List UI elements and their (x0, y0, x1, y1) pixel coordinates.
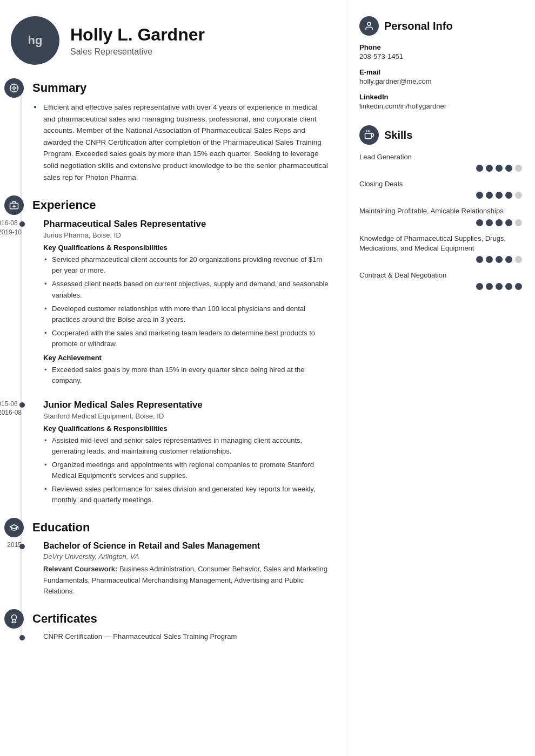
cert-text-1: CNPR Certification — Pharmaceutical Sale… (43, 632, 330, 640)
education-section: Education 2015 Bachelor of Science in Re… (32, 521, 330, 596)
exp-bullet-1-2: Assessed client needs based on current o… (43, 279, 330, 300)
personal-info-title: Personal Info (384, 20, 453, 32)
exp-dot-2 (19, 402, 25, 408)
exp-bullet-2-1: Assisted mid-level and senior sales repr… (43, 435, 330, 457)
exp-bullet-2-2: Organized meetings and appointments with… (43, 460, 330, 481)
skill-dot-3-3 (505, 256, 512, 263)
cert-dot-1 (19, 635, 25, 640)
email-label: E-mail (359, 68, 522, 76)
skill-dot-1-3 (505, 192, 512, 199)
skill-dot-2-1 (486, 219, 493, 226)
edu-date-1: 2015 (0, 541, 22, 549)
skills-list: Lead GenerationClosing DealsMaintaining … (359, 152, 522, 290)
phone-value: 208-573-1451 (359, 52, 522, 60)
experience-title: Experience (32, 198, 96, 212)
avatar-initials: hg (28, 33, 43, 48)
skill-dot-4-3 (505, 283, 512, 290)
exp-date-2: 2015-06 -2016-08 (0, 400, 22, 418)
skills-section: Skills Lead GenerationClosing DealsMaint… (359, 125, 522, 290)
summary-icon (4, 78, 24, 98)
edu-school-1: DeVry University, Arlington, VA (43, 552, 330, 561)
skill-dot-1-1 (486, 192, 493, 199)
exp-qual-label-2: Key Qualifications & Responsibilities (43, 424, 330, 433)
skill-dot-4-0 (476, 283, 483, 290)
skill-dot-2-4 (515, 219, 522, 226)
edu-dot-1 (19, 544, 25, 549)
email-value: holly.gardner@me.com (359, 77, 522, 85)
exp-title-1: Pharmaceutical Sales Representative (43, 219, 330, 230)
linkedin-row: LinkedIn linkedin.com/in/hollygardner (359, 93, 522, 110)
edu-coursework-1: Relevant Coursework: Business Administra… (43, 564, 330, 596)
certificates-section: Certificates CNPR Certification — Pharma… (32, 612, 330, 640)
skill-dot-1-2 (496, 192, 503, 199)
skill-dot-0-4 (515, 165, 522, 172)
skill-dots-2 (359, 219, 522, 226)
skill-dot-4-4 (515, 283, 522, 290)
skill-row-1: Closing Deals (359, 179, 522, 199)
summary-section-header: Summary (32, 81, 330, 95)
exp-company-2: Stanford Medical Equipment, Boise, ID (43, 412, 330, 420)
timeline: Summary Efficient and effective sales re… (11, 81, 330, 640)
exp-bullets-2: Assisted mid-level and senior sales repr… (43, 435, 330, 506)
exp-bullets-1: Serviced pharmaceutical client accounts … (43, 254, 330, 349)
skill-dots-0 (359, 165, 522, 172)
skill-dot-1-4 (515, 192, 522, 199)
phone-row: Phone 208-573-1451 (359, 43, 522, 60)
personal-info-section: Personal Info Phone 208-573-1451 E-mail … (359, 16, 522, 110)
skill-dots-3 (359, 256, 522, 263)
certificates-section-header: Certificates (32, 612, 330, 626)
experience-section-header: Experience (32, 198, 330, 212)
edu-item-1: 2015 Bachelor of Science in Retail and S… (32, 541, 330, 596)
skill-dot-2-0 (476, 219, 483, 226)
exp-item-2: 2015-06 -2016-08 Junior Medical Sales Re… (32, 400, 330, 506)
candidate-subtitle: Sales Representative (70, 47, 205, 57)
exp-achieve-label-1: Key Achievement (43, 354, 330, 362)
education-section-header: Education (32, 521, 330, 535)
personal-info-icon (359, 16, 379, 36)
linkedin-label: LinkedIn (359, 93, 522, 101)
exp-bullet-1-3: Developed customer relationships with mo… (43, 303, 330, 325)
right-column: Personal Info Phone 208-573-1451 E-mail … (346, 0, 535, 756)
skill-dot-4-1 (486, 283, 493, 290)
exp-dot-1 (19, 221, 25, 227)
skill-name-4: Contract & Deal Negotiation (359, 271, 522, 280)
phone-label: Phone (359, 43, 522, 51)
skill-name-2: Maintaining Profitable, Amicable Relatio… (359, 206, 522, 216)
skill-dot-4-2 (496, 283, 503, 290)
skill-name-3: Knowledge of Pharmaceutical Supplies, Dr… (359, 234, 522, 253)
exp-bullet-2-3: Reviewed sales performance for sales div… (43, 484, 330, 505)
exp-bullet-1-4: Cooperated with the sales and marketing … (43, 328, 330, 349)
skill-dot-1-0 (476, 192, 483, 199)
skill-dot-0-1 (486, 165, 493, 172)
edu-title-1: Bachelor of Science in Retail and Sales … (43, 541, 330, 551)
education-icon (4, 518, 24, 537)
education-title: Education (32, 521, 90, 535)
skill-dot-3-0 (476, 256, 483, 263)
exp-date-1: 2016-08 -2019-10 (0, 219, 22, 237)
candidate-name: Holly L. Gardner (70, 24, 205, 45)
skill-dots-1 (359, 192, 522, 199)
skill-row-2: Maintaining Profitable, Amicable Relatio… (359, 206, 522, 226)
skill-dot-3-1 (486, 256, 493, 263)
email-row: E-mail holly.gardner@me.com (359, 68, 522, 85)
skills-title: Skills (384, 129, 412, 141)
exp-title-2: Junior Medical Sales Representative (43, 400, 330, 410)
edu-coursework-label: Relevant Coursework: (43, 565, 117, 573)
certificates-icon (4, 609, 24, 629)
skill-dot-2-2 (496, 219, 503, 226)
experience-section: Experience 2016-08 -2019-10 Pharmaceutic… (32, 198, 330, 505)
skill-dot-2-3 (505, 219, 512, 226)
skill-dot-3-4 (515, 256, 522, 263)
exp-qual-label-1: Key Qualifications & Responsibilities (43, 244, 330, 252)
skill-row-0: Lead Generation (359, 152, 522, 172)
skills-header: Skills (359, 125, 522, 145)
skill-row-4: Contract & Deal Negotiation (359, 271, 522, 290)
experience-icon (4, 195, 24, 215)
summary-section: Summary Efficient and effective sales re… (32, 81, 330, 183)
linkedin-value: linkedin.com/in/hollygardner (359, 102, 522, 110)
exp-achieve-bullets-1: Exceeded sales goals by more than 15% in… (43, 364, 330, 386)
header-text: Holly L. Gardner Sales Representative (70, 24, 205, 57)
exp-bullet-1-1: Serviced pharmaceutical client accounts … (43, 254, 330, 276)
skill-dot-0-2 (496, 165, 503, 172)
skill-dot-3-2 (496, 256, 503, 263)
